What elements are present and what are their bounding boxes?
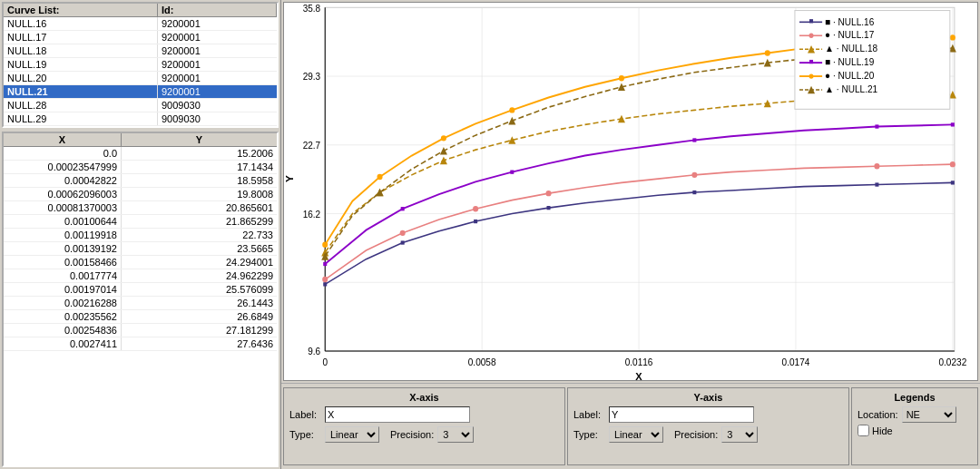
svg-text:● · NULL.20: ● · NULL.20 xyxy=(825,71,874,81)
data-y: 24.294001 xyxy=(122,256,277,269)
x-axis-precision-select[interactable]: 1 2 3 4 5 xyxy=(437,426,474,443)
svg-text:▲ · NULL.21: ▲ · NULL.21 xyxy=(825,84,877,94)
svg-rect-31 xyxy=(875,182,878,186)
svg-point-53 xyxy=(322,241,328,247)
svg-text:16.2: 16.2 xyxy=(303,210,321,220)
svg-text:■ · NULL.16: ■ · NULL.16 xyxy=(825,16,874,26)
data-x: 0.00197014 xyxy=(4,283,122,296)
data-table-row: 0.0023556226.6849 xyxy=(4,310,277,324)
data-table-row: 0.0011991822.733 xyxy=(4,229,277,242)
data-table-row: 0.0013919223.5665 xyxy=(4,242,277,256)
x-axis-label-row: Label: xyxy=(289,406,559,423)
legends-location-label: Location: xyxy=(858,409,898,420)
x-axis-section: X-axis Label: Type: Linear Logarithmic P… xyxy=(283,387,565,465)
svg-point-33 xyxy=(322,277,328,282)
data-y: 26.6849 xyxy=(122,310,277,323)
curve-id: 9200001 xyxy=(158,44,277,57)
svg-text:9.6: 9.6 xyxy=(308,347,320,357)
data-y: 26.1443 xyxy=(122,297,277,309)
curve-list-row[interactable]: NULL.219200001 xyxy=(4,85,277,99)
curve-list-row[interactable]: NULL.189200001 xyxy=(4,44,277,58)
right-panel: 35.8 29.3 22.7 16.2 9.6 0 0.0058 0.0116 … xyxy=(281,0,980,469)
data-table-row: 0.015.2006 xyxy=(4,147,277,161)
svg-text:● · NULL.17: ● · NULL.17 xyxy=(825,30,874,40)
y-axis-label-input[interactable] xyxy=(609,406,754,423)
curve-id: 9200001 xyxy=(158,58,277,71)
svg-text:■ · NULL.19: ■ · NULL.19 xyxy=(825,57,874,67)
data-table-row: 0.002741127.6436 xyxy=(4,337,277,351)
y-axis-type-label: Type: xyxy=(573,429,605,440)
svg-text:X: X xyxy=(635,371,642,380)
data-y: 27.6436 xyxy=(122,337,277,350)
data-y: 25.576099 xyxy=(122,283,277,296)
data-y: 22.733 xyxy=(122,229,277,241)
x-axis-type-select[interactable]: Linear Logarithmic xyxy=(325,426,379,443)
axis-controls: X-axis Label: Type: Linear Logarithmic P… xyxy=(281,383,980,469)
svg-text:▲ · NULL.18: ▲ · NULL.18 xyxy=(825,44,877,54)
legends-location-select[interactable]: NE NW SE SW xyxy=(902,406,956,423)
curve-list-row[interactable]: NULL.169200001 xyxy=(4,17,277,31)
x-axis-label-input[interactable] xyxy=(325,406,470,423)
svg-text:0.0058: 0.0058 xyxy=(468,357,496,367)
legends-hide-checkbox[interactable] xyxy=(858,425,869,436)
curve-list-section: Curve List: Id: NULL.169200001NULL.17920… xyxy=(2,2,279,128)
data-x: 0.00100644 xyxy=(4,215,122,228)
svg-text:0: 0 xyxy=(322,357,328,367)
data-table-row: 0.0008137000320.865601 xyxy=(4,201,277,215)
data-table-row: 0.0025483627.181299 xyxy=(4,324,277,337)
data-x: 0.00023547999 xyxy=(4,161,122,173)
curve-id: 9200001 xyxy=(158,85,277,98)
svg-point-34 xyxy=(400,230,406,236)
data-x: 0.00158466 xyxy=(4,256,122,269)
data-x: 0.00042822 xyxy=(4,174,122,187)
curve-list-row[interactable]: NULL.179200001 xyxy=(4,31,277,44)
svg-rect-49 xyxy=(510,171,514,174)
svg-rect-78 xyxy=(809,60,813,64)
svg-rect-52 xyxy=(951,122,955,126)
data-y: 17.1434 xyxy=(122,161,277,173)
curve-list-row[interactable]: NULL.199200001 xyxy=(4,58,277,72)
curve-id: 9200001 xyxy=(158,17,277,30)
svg-rect-48 xyxy=(401,207,405,210)
svg-point-37 xyxy=(691,172,697,178)
y-axis-title: Y-axis xyxy=(573,392,843,403)
curve-name: NULL.21 xyxy=(4,85,158,98)
svg-point-72 xyxy=(809,34,814,38)
curve-list-row[interactable]: NULL.289009030 xyxy=(4,99,277,112)
svg-rect-28 xyxy=(474,220,477,223)
svg-rect-30 xyxy=(692,191,696,194)
legends-section: Legends Location: NE NW SE SW Hide xyxy=(851,387,978,465)
data-y: 24.962299 xyxy=(122,269,277,282)
curve-list-row[interactable]: NULL.299009030 xyxy=(4,112,277,126)
data-y: 23.5665 xyxy=(122,242,277,255)
svg-point-39 xyxy=(950,161,956,167)
data-x: 0.00119918 xyxy=(4,229,122,241)
data-x: 0.00254836 xyxy=(4,324,122,337)
curve-name: NULL.20 xyxy=(4,72,158,84)
data-y: 15.2006 xyxy=(122,147,277,160)
data-table-header: X Y xyxy=(4,133,277,147)
data-table-row: 0.001777424.962299 xyxy=(4,269,277,283)
chart-area: 35.8 29.3 22.7 16.2 9.6 0 0.0058 0.0116 … xyxy=(283,2,978,381)
curve-name: NULL.18 xyxy=(4,44,158,57)
y-axis-precision-select[interactable]: 1 2 3 4 5 xyxy=(721,426,758,443)
data-col-y-header: Y xyxy=(122,133,277,146)
curve-id: 9200001 xyxy=(158,31,277,44)
svg-rect-47 xyxy=(323,262,327,266)
chart-svg: 35.8 29.3 22.7 16.2 9.6 0 0.0058 0.0116 … xyxy=(284,3,977,380)
curve-name: NULL.17 xyxy=(4,31,158,44)
y-axis-type-select[interactable]: Linear Logarithmic xyxy=(609,426,663,443)
curve-name: NULL.16 xyxy=(4,17,158,30)
svg-text:35.8: 35.8 xyxy=(303,3,321,13)
y-axis-label-row: Label: xyxy=(573,406,843,423)
curve-list-row[interactable]: NULL.209200001 xyxy=(4,72,277,85)
y-axis-type-row: Type: Linear Logarithmic Precision: 1 2 … xyxy=(573,426,843,443)
svg-rect-27 xyxy=(401,240,405,244)
svg-point-81 xyxy=(809,73,814,78)
svg-point-58 xyxy=(765,50,770,55)
data-x: 0.0027411 xyxy=(4,337,122,350)
data-table-row: 0.0019701425.576099 xyxy=(4,283,277,297)
curve-list-name-header: Curve List: xyxy=(4,4,158,16)
curve-name: NULL.29 xyxy=(4,112,158,125)
svg-point-38 xyxy=(874,163,879,169)
